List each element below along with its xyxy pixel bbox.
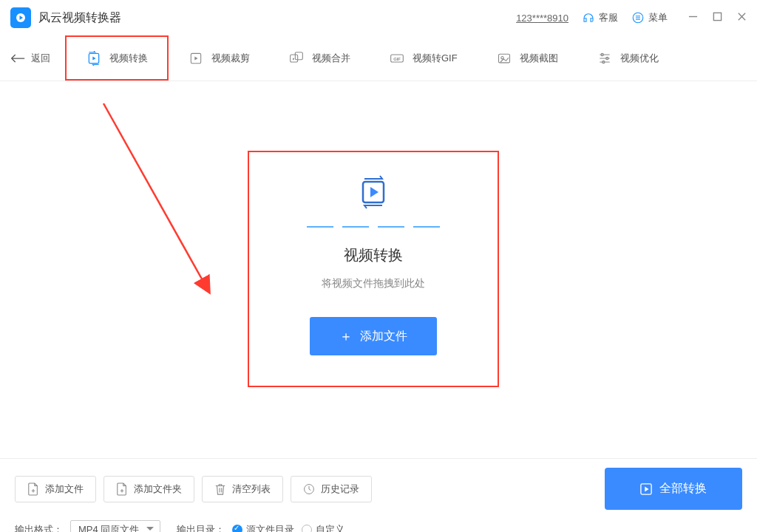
- support-label: 客服: [599, 11, 618, 24]
- divider-dashes: [307, 226, 440, 228]
- output-format-label: 输出格式：: [15, 523, 63, 532]
- app-logo-icon: [10, 7, 31, 28]
- history-icon: [303, 482, 315, 496]
- user-id-link[interactable]: 123****8910: [516, 13, 568, 24]
- window-close-button[interactable]: [737, 12, 747, 24]
- drop-zone-subtitle: 将视频文件拖拽到此处: [322, 277, 425, 290]
- svg-rect-6: [291, 55, 298, 62]
- radio-unchecked-icon: [302, 525, 312, 532]
- add-file-button[interactable]: 添加文件: [15, 476, 96, 502]
- tab-video-convert[interactable]: 视频转换: [65, 35, 169, 81]
- history-button[interactable]: 历史记录: [291, 476, 372, 502]
- radio-checked-icon: [232, 525, 242, 532]
- title-bar: 风云视频转换器 123****8910 客服 菜单: [0, 0, 757, 35]
- add-folder-label: 添加文件夹: [134, 482, 182, 496]
- svg-text:GIF: GIF: [393, 56, 401, 61]
- output-dir-label: 输出目录：: [177, 523, 225, 532]
- drop-zone[interactable]: 视频转换 将视频文件拖拽到此处 ＋ 添加文件: [248, 151, 499, 387]
- svg-point-11: [501, 56, 503, 58]
- bottom-bar: 添加文件 添加文件夹 清空列表 历史记录 全部转换 输出格式： MP4 同原文件…: [0, 458, 757, 532]
- back-button[interactable]: 返回: [10, 52, 50, 65]
- tab-video-crop[interactable]: 视频裁剪: [169, 35, 269, 81]
- history-label: 历史记录: [321, 482, 359, 496]
- annotation-arrow-icon: [89, 96, 251, 310]
- add-file-label: 添加文件: [45, 482, 84, 496]
- window-maximize-button[interactable]: [713, 12, 722, 24]
- radio-source-dir[interactable]: 源文件目录: [232, 523, 294, 532]
- toolbar: 返回 视频转换 视频裁剪 视频合并 GIF 视频转GIF 视频截图 视频优化: [0, 35, 757, 81]
- svg-rect-7: [295, 52, 302, 59]
- clear-list-button[interactable]: 清空列表: [202, 476, 283, 502]
- headset-icon: [582, 11, 595, 24]
- merge-icon: [288, 50, 305, 66]
- convert-all-label: 全部转换: [659, 481, 707, 497]
- main-area: 视频转换 将视频文件拖拽到此处 ＋ 添加文件: [0, 81, 757, 451]
- tab-video-screenshot[interactable]: 视频截图: [477, 35, 577, 81]
- maximize-icon: [713, 12, 722, 21]
- svg-line-15: [103, 103, 207, 288]
- add-folder-button[interactable]: 添加文件夹: [103, 476, 194, 502]
- window-minimize-button[interactable]: [688, 12, 698, 24]
- menu-lines-icon: [631, 11, 645, 24]
- tab-video-merge[interactable]: 视频合并: [269, 35, 370, 81]
- tab-video-to-gif[interactable]: GIF 视频转GIF: [370, 35, 477, 81]
- crop-icon: [188, 50, 204, 66]
- close-icon: [737, 12, 747, 21]
- drop-zone-title: 视频转换: [344, 245, 403, 265]
- arrow-left-icon: [10, 53, 25, 64]
- tab-label: 视频截图: [520, 52, 558, 65]
- optimize-icon: [597, 50, 613, 66]
- menu-label: 菜单: [648, 11, 668, 24]
- svg-rect-3: [713, 13, 721, 20]
- add-file-big-label: 添加文件: [360, 329, 407, 344]
- back-label: 返回: [31, 52, 50, 65]
- video-convert-large-icon: [356, 174, 391, 210]
- convert-all-button[interactable]: 全部转换: [605, 468, 742, 510]
- screenshot-icon: [496, 50, 512, 66]
- tab-label: 视频优化: [620, 52, 659, 65]
- convert-icon: [86, 50, 102, 66]
- tab-label: 视频转换: [109, 52, 148, 65]
- radio-custom-dir-label: 自定义: [316, 523, 344, 532]
- app-title: 风云视频转换器: [38, 10, 121, 26]
- tab-label: 视频合并: [312, 52, 350, 65]
- output-format-value: MP4 同原文件: [78, 524, 139, 532]
- clear-list-label: 清空列表: [232, 482, 271, 496]
- tab-label: 视频裁剪: [211, 52, 250, 65]
- trash-icon: [214, 482, 226, 496]
- minimize-icon: [688, 12, 698, 21]
- support-button[interactable]: 客服: [582, 11, 618, 24]
- add-file-big-button[interactable]: ＋ 添加文件: [310, 317, 437, 355]
- output-format-select[interactable]: MP4 同原文件: [70, 520, 160, 532]
- menu-button[interactable]: 菜单: [631, 11, 668, 24]
- folder-plus-icon: [116, 482, 128, 496]
- radio-source-dir-label: 源文件目录: [246, 523, 294, 532]
- file-plus-icon: [27, 482, 39, 496]
- gif-icon: GIF: [389, 50, 405, 66]
- play-box-icon: [640, 483, 652, 495]
- radio-custom-dir[interactable]: 自定义: [302, 523, 344, 532]
- tab-video-optimize[interactable]: 视频优化: [577, 35, 678, 81]
- plus-icon: ＋: [339, 327, 353, 345]
- tab-label: 视频转GIF: [413, 52, 458, 65]
